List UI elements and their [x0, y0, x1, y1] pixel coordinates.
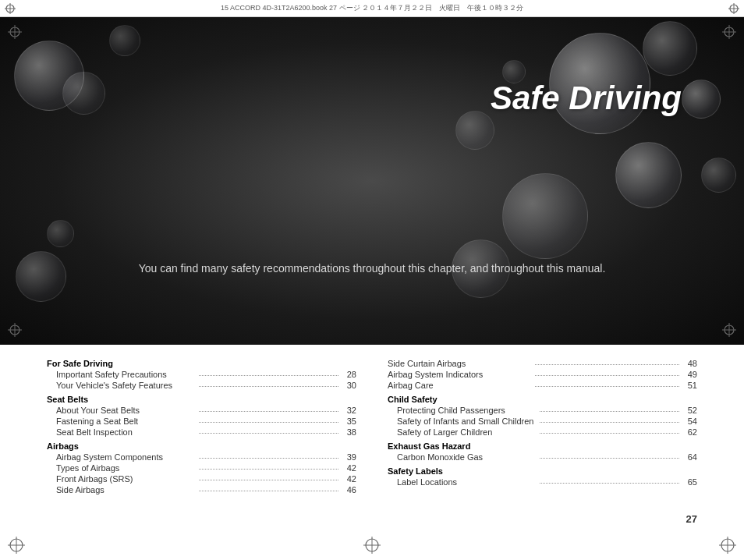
toc-entry: Airbag System Components39: [47, 452, 356, 462]
toc-header: Airbags: [47, 441, 356, 451]
hero-subtitle: You can find many safety recommendations…: [0, 262, 744, 275]
toc-entry: Fastening a Seat Belt35: [47, 416, 356, 426]
toc-entry-page: 51: [682, 381, 697, 390]
toc-entry: Label Locations65: [388, 477, 697, 487]
toc-entry-label: Protecting Child Passengers: [388, 406, 537, 415]
toc-entry: Front Airbags (SRS)42: [47, 474, 356, 484]
bubble-12: [455, 111, 494, 150]
bottom-corners: [0, 533, 744, 557]
top-bar-text: 15 ACCORD 4D-31T2A6200.book 27 ページ ２０１４年…: [221, 3, 523, 13]
bubble-6: [682, 80, 721, 119]
toc-entry-label: Safety of Infants and Small Children: [388, 416, 537, 426]
toc-entry-label: Side Airbags: [47, 485, 197, 494]
toc-entry-dots: [199, 415, 339, 423]
toc-entry-dots: [199, 484, 339, 491]
toc-entry-dots: [540, 476, 680, 484]
toc-entry-label: Airbag System Components: [47, 452, 197, 462]
toc-entry-dots: [199, 451, 339, 459]
hero-corner-bl: [8, 323, 22, 337]
toc-entry-page: 35: [341, 416, 356, 426]
toc-entry-page: 42: [341, 463, 356, 473]
toc-entry: Your Vehicle's Safety Features30: [47, 381, 356, 390]
toc-left-column: For Safe DrivingImportant Safety Precaut…: [47, 359, 372, 496]
hero-corner-tl: [8, 25, 22, 39]
bubble-10: [47, 220, 74, 247]
bubble-5: [643, 21, 697, 76]
bubble-9: [701, 158, 736, 193]
toc-header: For Safe Driving: [47, 359, 356, 368]
toc-entry-dots: [535, 368, 680, 376]
toc-entry: Important Safety Precautions28: [47, 370, 356, 379]
toc-entry-page: 30: [341, 381, 356, 390]
toc-entry-page: 65: [682, 477, 697, 487]
toc-entry: Protecting Child Passengers52: [388, 406, 697, 415]
toc-right-column: Side Curtain Airbags48Airbag System Indi…: [372, 359, 697, 496]
toc-entry-label: Front Airbags (SRS): [47, 474, 197, 484]
toc-entry-dots: [540, 426, 680, 434]
toc-entry-dots: [540, 451, 680, 459]
toc-entry-dots: [535, 357, 680, 365]
toc-header: Child Safety: [388, 395, 697, 404]
toc-header: Safety Labels: [388, 466, 697, 476]
toc-entry-label: Your Vehicle's Safety Features: [47, 381, 197, 390]
toc-section: For Safe DrivingImportant Safety Precaut…: [0, 345, 744, 510]
corner-mark-tr: [728, 3, 739, 14]
toc-entry: Types of Airbags42: [47, 463, 356, 473]
toc-entry-dots: [199, 379, 339, 387]
toc-entry-page: 49: [682, 370, 697, 379]
bottom-corner-mark-right: [719, 537, 736, 554]
toc-header: Exhaust Gas Hazard: [388, 441, 697, 451]
hero-corner-br: [722, 323, 736, 337]
toc-entry: Carbon Monoxide Gas64: [388, 452, 697, 462]
toc-entry-page: 42: [341, 474, 356, 484]
bubble-8: [502, 173, 588, 259]
toc-entry: About Your Seat Belts32: [47, 406, 356, 415]
toc-entry-dots: [199, 462, 339, 470]
top-bar: 15 ACCORD 4D-31T2A6200.book 27 ページ ２０１４年…: [0, 0, 744, 17]
toc-entry: Side Curtain Airbags48: [388, 359, 697, 368]
toc-entry-label: Side Curtain Airbags: [388, 359, 533, 368]
toc-entry: Safety of Larger Children62: [388, 427, 697, 437]
toc-entry-page: 48: [682, 359, 697, 368]
toc-entry-label: Safety of Larger Children: [388, 427, 537, 437]
corner-mark-tl: [5, 3, 16, 14]
toc-entry-dots: [199, 473, 339, 480]
hero-title: Safe Driving: [491, 80, 682, 117]
toc-entry-label: Carbon Monoxide Gas: [388, 452, 537, 462]
toc-header: Seat Belts: [47, 395, 356, 404]
bottom-area: 27: [0, 513, 744, 525]
toc-entry-label: Fastening a Seat Belt: [47, 416, 197, 426]
toc-entry-dots: [540, 404, 680, 412]
toc-entry-page: 52: [682, 406, 697, 415]
bubble-2: [62, 72, 105, 115]
toc-entry-page: 62: [682, 427, 697, 437]
toc-entry-page: 54: [682, 416, 697, 426]
toc-entry-page: 28: [341, 370, 356, 379]
hero-title-area: Safe Driving: [491, 80, 682, 117]
hero-section: Safe Driving You can find many safety re…: [0, 17, 744, 345]
toc-entry-page: 39: [341, 452, 356, 462]
bubble-11: [16, 251, 66, 302]
toc-entry-page: 46: [341, 485, 356, 494]
toc-entry: Airbag Care51: [388, 381, 697, 390]
toc-entry-label: Airbag Care: [388, 381, 533, 390]
toc-entry: Side Airbags46: [47, 485, 356, 494]
page-number: 27: [686, 513, 697, 525]
toc-entry-page: 64: [682, 452, 697, 462]
toc-entry-label: Label Locations: [388, 477, 537, 487]
toc-entry-page: 38: [341, 427, 356, 437]
bottom-corner-mark-left: [8, 537, 25, 554]
toc-entry-label: Seat Belt Inspection: [47, 427, 197, 437]
toc-entry-dots: [199, 426, 339, 434]
hero-corner-tr: [722, 25, 736, 39]
toc-entry-dots: [535, 379, 680, 387]
toc-entry: Safety of Infants and Small Children54: [388, 416, 697, 426]
toc-entry-label: Airbag System Indicators: [388, 370, 533, 379]
toc-entry-dots: [199, 368, 339, 376]
bubble-3: [109, 25, 140, 56]
toc-entry: Seat Belt Inspection38: [47, 427, 356, 437]
toc-entry-dots: [199, 404, 339, 412]
toc-entry-page: 32: [341, 406, 356, 415]
toc-entry-dots: [540, 415, 680, 423]
toc-entry-label: Important Safety Precautions: [47, 370, 197, 379]
